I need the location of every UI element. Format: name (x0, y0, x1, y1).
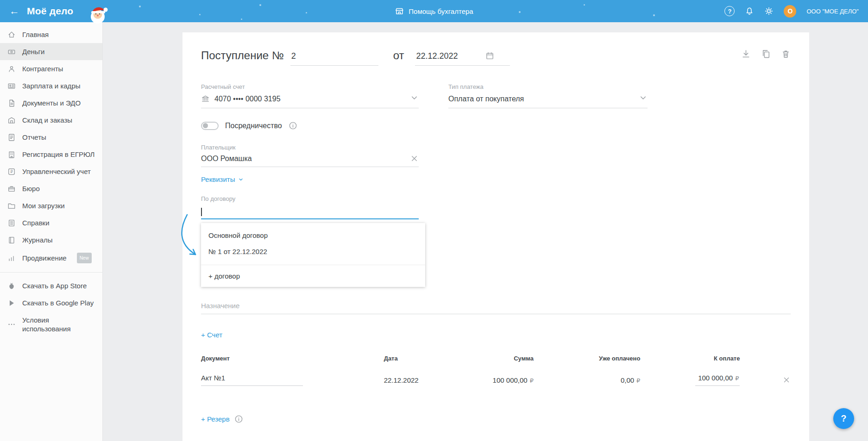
sidebar-item-reports[interactable]: Отчеты (0, 129, 102, 146)
account-value: 4070 •••• 0000 3195 (214, 95, 410, 103)
payment-type-value: Оплата от покупателя (448, 95, 639, 103)
sidebar-item-promotion[interactable]: Продвижение New (0, 248, 102, 267)
sidebar-item-counterparties[interactable]: Контрагенты (0, 60, 102, 77)
snow-dot (259, 4, 261, 6)
copy-icon[interactable] (761, 49, 771, 59)
help-icon[interactable]: ? (724, 6, 735, 16)
sidebar-item-salary[interactable]: Зарплата и кадры (0, 77, 102, 94)
document-date-input[interactable] (415, 51, 484, 65)
sidebar-item-documents[interactable]: Документы и ЭДО (0, 94, 102, 112)
chevron-down-icon (410, 93, 419, 104)
sidebar-divider (0, 272, 102, 273)
receipt-card: Поступление № от Расчетный счет (182, 32, 809, 441)
sidebar-item-certificates[interactable]: Справки (0, 214, 102, 231)
app-header: ← Моё дело Помощь бухгалтера ? O О (0, 0, 868, 22)
mediation-label: Посредничество (225, 122, 282, 130)
support-fab[interactable]: ? (833, 408, 854, 429)
app-logo[interactable]: Моё дело (27, 6, 73, 17)
payer-control (201, 154, 419, 167)
box-icon (7, 116, 16, 124)
payment-type-select[interactable]: Оплата от покупателя (448, 93, 648, 108)
dropdown-option-contract-1[interactable]: № 1 от 22.12.2022 (201, 243, 425, 265)
back-arrow-icon[interactable]: ← (9, 6, 19, 16)
account-name[interactable]: ООО "МОЕ ДЕЛО" (806, 8, 859, 15)
document-cell[interactable]: Акт №1 (201, 374, 303, 386)
purpose-input[interactable] (201, 302, 791, 314)
remove-row-icon[interactable] (782, 376, 791, 384)
mediation-row: Посредничество (201, 121, 791, 130)
clear-payer-icon[interactable] (410, 154, 419, 163)
snow-dot (241, 19, 242, 20)
snow-dot (519, 11, 521, 13)
accountant-help-button[interactable]: Помощь бухгалтера (395, 6, 473, 16)
sidebar-item-money[interactable]: Деньги (0, 43, 102, 60)
arrow-annotation (176, 213, 203, 261)
mediation-toggle[interactable] (201, 122, 219, 130)
list-document-icon (7, 219, 16, 227)
date-field (415, 51, 510, 66)
sidebar-item-warehouse[interactable]: Склад и заказы (0, 112, 102, 129)
snow-dot (653, 14, 655, 16)
add-reserve-link[interactable]: + Резерв (201, 415, 230, 423)
trash-icon[interactable] (781, 49, 791, 59)
dropdown-option-main-contract[interactable]: Основной договор (201, 223, 425, 243)
dropdown-add-contract[interactable]: + договор (201, 265, 425, 287)
chevron-down-icon (639, 93, 648, 104)
download-icon[interactable] (741, 49, 751, 59)
col-date: Дата (384, 355, 466, 362)
sidebar-item-appstore[interactable]: Скачать в App Store (0, 277, 102, 294)
payer-field: Плательщик (201, 144, 419, 167)
payments-table: Документ Дата Сумма Уже оплачено К оплат… (201, 355, 791, 386)
gear-icon[interactable] (764, 6, 774, 16)
date-cell: 22.12.2022 (384, 376, 466, 384)
contract-dropdown: Основной договор № 1 от 22.12.2022 + дог… (201, 223, 425, 287)
payer-input[interactable] (201, 155, 410, 163)
sidebar-item-downloads[interactable]: Мои загрузки (0, 197, 102, 214)
info-icon[interactable] (234, 415, 243, 423)
document-number-input[interactable] (290, 51, 378, 66)
title-row: Поступление № от (201, 49, 791, 66)
ruble-sign: ₽ (530, 377, 534, 384)
info-icon[interactable] (289, 121, 297, 130)
account-label: Расчетный счет (201, 83, 419, 90)
purpose-field (201, 302, 791, 314)
ruble-square-icon: ₽ (7, 168, 16, 176)
google-play-icon (7, 299, 16, 307)
account-payment-row: Расчетный счет 4070 •••• 0000 3195 Тип п… (201, 83, 791, 108)
sidebar-item-bureau[interactable]: Бюро (0, 180, 102, 197)
add-invoice-row: + Счет (201, 331, 791, 339)
svg-text:₽: ₽ (10, 170, 13, 174)
add-reserve-row: + Резерв (201, 415, 791, 423)
sidebar-item-googleplay[interactable]: Скачать в Google Play (0, 294, 102, 311)
sidebar-item-journals[interactable]: Журналы (0, 231, 102, 248)
ellipsis-icon (7, 320, 16, 329)
sidebar-item-egrul[interactable]: Регистрация в ЕГРЮЛ (0, 146, 102, 163)
add-invoice-link[interactable]: + Счет (201, 331, 222, 339)
contract-label: По договору (201, 195, 419, 202)
bank-icon (201, 94, 210, 103)
col-due: К оплате (640, 355, 740, 362)
bell-icon[interactable] (745, 6, 754, 16)
document-actions (741, 49, 791, 59)
calendar-icon[interactable] (484, 51, 495, 65)
col-document: Документ (201, 355, 384, 362)
report-icon (7, 133, 16, 142)
chevron-down-icon (238, 177, 244, 182)
ruble-sign: ₽ (636, 377, 640, 384)
account-select[interactable]: 4070 •••• 0000 3195 (201, 93, 419, 108)
sidebar-item-terms[interactable]: Условия использования (0, 311, 102, 337)
briefcase-icon (7, 185, 16, 193)
contract-input[interactable] (201, 205, 419, 219)
apple-icon (7, 282, 16, 290)
avatar[interactable]: O (784, 5, 796, 18)
accountant-help-label: Помощь бухгалтера (409, 7, 473, 15)
sidebar-item-management[interactable]: ₽ Управленческий учет (0, 163, 102, 180)
sum-cell: 100 000,00₽ (466, 376, 534, 384)
payment-type-label: Тип платежа (448, 83, 648, 90)
journal-icon (7, 236, 16, 244)
due-editable[interactable]: 100 000,00₽ (695, 374, 740, 386)
sidebar-item-home[interactable]: Главная (0, 26, 102, 43)
requisites-link[interactable]: Реквизиты (201, 175, 791, 183)
table-header: Документ Дата Сумма Уже оплачено К оплат… (201, 355, 791, 362)
paid-cell: 0,00₽ (534, 376, 640, 384)
